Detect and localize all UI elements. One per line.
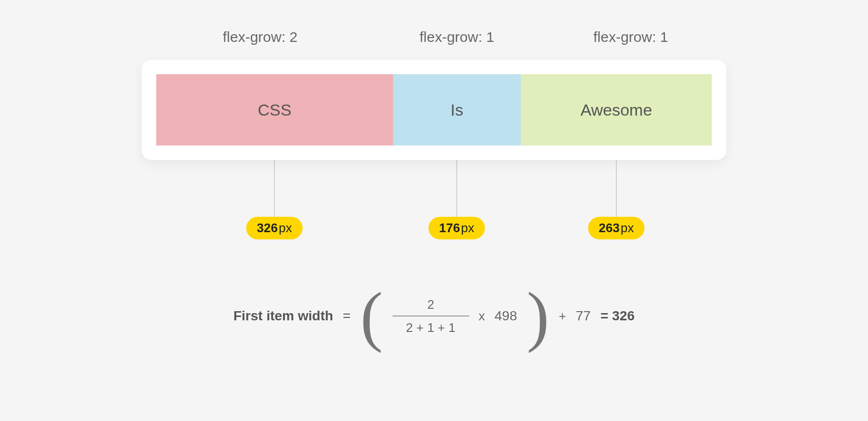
formula-row: First item width = ( 2 2 + 1 + 1 x 498 )… — [142, 282, 726, 350]
plus-sign: + — [559, 309, 566, 324]
paren-close: ) — [527, 282, 549, 350]
multiply-value: 498 — [495, 308, 517, 324]
width-unit: px — [461, 221, 474, 236]
flex-item-awesome: Awesome — [521, 74, 712, 145]
fraction-denominator: 2 + 1 + 1 — [393, 316, 469, 339]
fraction: 2 2 + 1 + 1 — [393, 293, 469, 339]
connector-line — [274, 160, 274, 217]
formula-label: First item width — [233, 308, 333, 324]
width-unit: px — [279, 221, 292, 236]
flex-item-is: Is — [393, 74, 521, 145]
paren-open: ( — [360, 282, 383, 350]
connector-row: 326 px 176 px 263 px — [142, 160, 726, 237]
equals-sign-2: = — [600, 308, 608, 323]
width-value: 176 — [439, 221, 460, 236]
connector-1: 326 px — [246, 160, 303, 239]
formula-result: = 326 — [600, 308, 635, 324]
flex-grow-label-3: flex-grow: 1 — [535, 29, 726, 45]
equals-sign: = — [343, 308, 351, 324]
width-pill-2: 176 px — [429, 217, 485, 239]
connector-3: 263 px — [588, 160, 645, 239]
width-value: 326 — [257, 221, 278, 236]
diagram-stage: flex-grow: 2 flex-grow: 1 flex-grow: 1 C… — [142, 29, 726, 350]
width-pill-1: 326 px — [246, 217, 303, 239]
multiply-sign: x — [479, 309, 485, 324]
connector-line — [616, 160, 616, 217]
grow-labels-row: flex-grow: 2 flex-grow: 1 flex-grow: 1 — [142, 29, 726, 45]
result-value: 326 — [612, 308, 635, 323]
connector-2: 176 px — [429, 160, 485, 239]
connector-line — [456, 160, 457, 217]
width-unit: px — [621, 221, 634, 236]
flex-grow-label-1: flex-grow: 2 — [142, 29, 379, 45]
plus-value: 77 — [576, 308, 591, 324]
fraction-numerator: 2 — [414, 293, 448, 316]
flex-grow-label-2: flex-grow: 1 — [393, 29, 521, 45]
flex-item-css: CSS — [156, 74, 393, 145]
width-value: 263 — [599, 221, 620, 236]
flex-container-card: CSS Is Awesome — [142, 60, 726, 160]
width-pill-3: 263 px — [588, 217, 645, 239]
